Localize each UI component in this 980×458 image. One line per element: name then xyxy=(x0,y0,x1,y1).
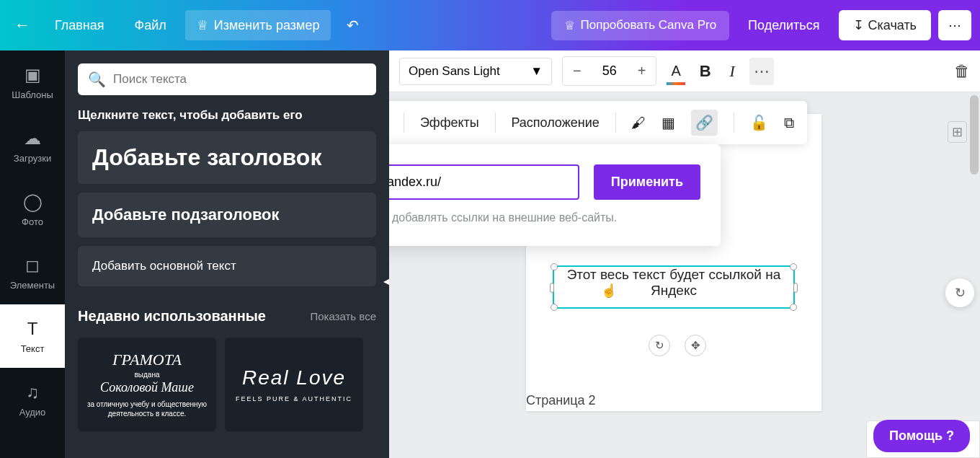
paint-roller-icon[interactable]: 🖌 xyxy=(631,115,646,131)
cycle-button[interactable]: ↻ xyxy=(945,278,974,307)
italic-button[interactable]: I xyxy=(726,58,739,85)
more-button[interactable]: ⋯ xyxy=(938,10,971,40)
card-text: выдана xyxy=(86,371,208,379)
top-bar: ← Главная Файл ♕ Изменить размер ↶ ♕ Поп… xyxy=(0,0,980,50)
card-text: Real Love xyxy=(233,366,355,389)
font-size-value[interactable]: 56 xyxy=(592,58,628,84)
resize-button[interactable]: ♕ Изменить размер xyxy=(185,10,331,40)
sidebar-item-templates[interactable]: ▣ Шаблоны xyxy=(0,50,65,114)
text-icon: T xyxy=(27,319,38,339)
pro-label: Попробовать Canva Pro xyxy=(581,18,717,32)
audio-icon: ♫ xyxy=(26,382,39,402)
sidebar: ▣ Шаблоны ☁ Загрузки ◯ Фото ◻ Элементы T… xyxy=(0,50,65,458)
bold-button[interactable]: B xyxy=(695,58,716,85)
card-text: ГРАМОТА xyxy=(86,351,208,369)
recent-card[interactable]: ГРАМОТА выдана Соколовой Маше за отличну… xyxy=(78,338,216,431)
add-subheading-button[interactable]: Добавьте подзаголовок xyxy=(78,193,376,237)
crown-icon: ♕ xyxy=(564,18,575,33)
link-hint: Вы можете добавлять ссылки на внешние ве… xyxy=(389,210,700,226)
recent-card[interactable]: Real Love FEELS PURE & AUTHENTIC xyxy=(225,338,363,431)
position-button[interactable]: Расположение xyxy=(511,115,599,131)
download-icon: ↧ xyxy=(853,17,864,33)
sidebar-item-text[interactable]: T Текст xyxy=(0,304,65,368)
show-all-link[interactable]: Показать все xyxy=(310,310,376,322)
sidebar-label: Элементы xyxy=(10,280,55,291)
crown-icon: ♕ xyxy=(197,17,208,33)
card-text: Соколовой Маше xyxy=(86,380,208,395)
add-page-button[interactable]: ⊞ xyxy=(948,121,967,143)
search-box[interactable]: 🔍 xyxy=(78,63,376,95)
sidebar-item-elements[interactable]: ◻ Элементы xyxy=(0,241,65,304)
resize-handle[interactable] xyxy=(550,283,554,293)
copy-button[interactable]: ⧉ xyxy=(784,115,794,131)
panel-hint: Щелкните текст, чтобы добавить его xyxy=(78,108,376,123)
side-panel: 🔍 Щелкните текст, чтобы добавить его Доб… xyxy=(65,50,389,458)
text-element[interactable]: Этот весь текст будет ссылкой на Яндекс xyxy=(555,267,793,299)
undo-icon[interactable]: ↶ xyxy=(338,17,368,34)
search-input[interactable] xyxy=(113,72,366,87)
file-button[interactable]: Файл xyxy=(123,11,178,40)
elements-icon: ◻ xyxy=(25,255,40,276)
download-button[interactable]: ↧ Скачать xyxy=(839,10,932,40)
sidebar-item-uploads[interactable]: ☁ Загрузки xyxy=(0,114,65,177)
resize-handle[interactable] xyxy=(790,304,797,311)
delete-button[interactable]: 🗑 xyxy=(954,62,970,81)
sidebar-item-photo[interactable]: ◯ Фото xyxy=(0,177,65,241)
sidebar-label: Текст xyxy=(21,343,45,354)
separator xyxy=(495,113,496,133)
main: ▣ Шаблоны ☁ Загрузки ◯ Фото ◻ Элементы T… xyxy=(0,50,980,458)
font-name: Open Sans Light xyxy=(409,64,500,79)
cursor-hand-icon: ☝ xyxy=(601,283,617,299)
resize-handle[interactable] xyxy=(551,304,558,311)
separator xyxy=(734,113,734,133)
uploads-icon: ☁ xyxy=(24,128,41,149)
try-pro-button[interactable]: ♕ Попробовать Canva Pro xyxy=(551,11,730,40)
recent-grid: ГРАМОТА выдана Соколовой Маше за отличну… xyxy=(78,338,376,431)
sidebar-item-audio[interactable]: ♫ Аудио xyxy=(0,368,65,431)
panel-collapse-button[interactable]: ◀ xyxy=(379,252,389,310)
share-button[interactable]: Поделиться xyxy=(736,11,831,40)
element-controls: ↻ ✥ xyxy=(649,335,706,356)
help-button[interactable]: Помощь ? xyxy=(873,420,970,452)
download-label: Скачать xyxy=(868,18,917,33)
topbar-left: ← Главная Файл ♕ Изменить размер ↶ xyxy=(9,10,368,40)
link-button[interactable]: 🔗 xyxy=(691,110,718,136)
font-select[interactable]: Open Sans Light ▼ xyxy=(399,58,552,85)
text-toolbar: Open Sans Light ▼ − 56 + A B I ⋯ 🗑 xyxy=(389,50,980,92)
sidebar-label: Шаблоны xyxy=(12,89,53,100)
chevron-down-icon: ▼ xyxy=(530,64,543,79)
link-popup: Применить Вы можете добавлять ссылки на … xyxy=(389,144,721,246)
topbar-right: ♕ Попробовать Canva Pro Поделиться ↧ Ска… xyxy=(551,10,972,40)
toolbar-more-button[interactable]: ⋯ xyxy=(749,58,774,85)
move-button[interactable]: ✥ xyxy=(685,335,706,356)
separator xyxy=(404,113,404,133)
recent-title: Недавно использованные xyxy=(78,308,266,325)
home-button[interactable]: Главная xyxy=(43,11,116,40)
size-minus-button[interactable]: − xyxy=(563,57,592,85)
photo-icon: ◯ xyxy=(23,192,43,212)
card-text: за отличную учебу и общественную деятель… xyxy=(86,400,208,418)
sidebar-label: Фото xyxy=(22,216,43,227)
link-row: Применить xyxy=(389,164,700,200)
apply-link-button[interactable]: Применить xyxy=(594,164,700,200)
card-text: FEELS PURE & AUTHENTIC xyxy=(233,395,355,402)
rotate-button[interactable]: ↻ xyxy=(649,335,670,356)
size-plus-button[interactable]: + xyxy=(628,57,656,85)
canvas-area: Open Sans Light ▼ − 56 + A B I ⋯ 🗑 U aA … xyxy=(389,50,980,458)
back-icon[interactable]: ← xyxy=(9,16,36,35)
page-label: Страница 2 xyxy=(526,393,596,408)
resize-label: Изменить размер xyxy=(214,18,320,33)
add-heading-button[interactable]: Добавьте заголовок xyxy=(78,131,376,184)
lock-button[interactable]: 🔓 xyxy=(750,114,768,131)
transparency-icon[interactable]: ▦ xyxy=(662,114,675,131)
search-icon: 🔍 xyxy=(88,71,106,88)
font-size-control: − 56 + xyxy=(562,56,656,86)
link-url-input[interactable] xyxy=(389,164,579,200)
text-color-button[interactable]: A xyxy=(667,58,685,84)
sidebar-label: Загрузки xyxy=(14,153,51,164)
resize-handle[interactable] xyxy=(793,283,798,293)
add-body-button[interactable]: Добавить основной текст xyxy=(78,246,376,286)
effects-button[interactable]: Эффекты xyxy=(420,115,479,131)
scrollbar[interactable] xyxy=(970,95,979,175)
templates-icon: ▣ xyxy=(24,65,41,85)
